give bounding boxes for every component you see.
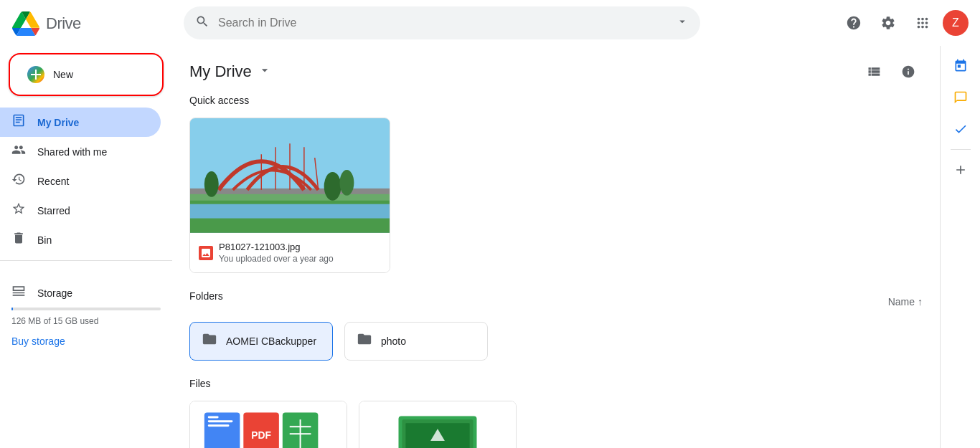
shared-with-me-icon [11,143,26,161]
search-icon [195,14,209,32]
top-header: Z [172,0,980,46]
sidebar-item-shared-label: Shared with me [37,146,107,158]
folder-icon-photo [357,331,372,351]
sidebar-item-storage[interactable]: Storage [11,278,161,308]
title-dropdown-icon[interactable] [258,63,272,81]
file-name: P81027-121003.jpg [219,242,381,252]
svg-rect-16 [208,420,233,422]
search-dropdown-icon[interactable] [676,15,689,32]
storage-bar-background [11,308,161,310]
my-drive-icon [11,113,26,131]
new-button[interactable]: New [9,53,164,96]
file-thumbnail-store: PDF Store safely Any file you want to sa… [190,401,347,448]
calendar-panel-button[interactable] [946,52,975,80]
file-thumbnail-sync: Sync seamlessly [359,401,516,448]
sidebar-item-my-drive-label: My Drive [37,117,79,128]
svg-text:PDF: PDF [251,429,271,441]
file-card-sync[interactable]: Sync seamlessly [359,401,517,448]
folder-item-photo[interactable]: photo [344,322,488,361]
svg-point-10 [324,172,341,201]
storage-icon [11,284,26,302]
folders-grid: AOMEI CBackupper photo [189,322,923,361]
storage-used-text: 126 MB of 15 GB used [11,316,161,326]
svg-rect-17 [208,424,230,426]
notes-panel-button[interactable] [946,83,975,112]
folder-name-photo: photo [381,335,406,347]
sort-arrow-icon: ↑ [918,296,923,308]
info-button[interactable] [894,57,923,86]
buy-storage-button[interactable]: Buy storage [11,335,65,347]
sort-control[interactable]: Name ↑ [888,296,923,308]
sidebar: Drive New My Drive Shared with me Recent [0,0,172,448]
sort-label-text: Name [888,296,915,308]
search-bar-container [184,6,700,39]
files-grid: PDF Store safely Any file you want to sa… [189,401,923,448]
folders-section: Folders Name ↑ AOMEI CBackupper [189,290,923,361]
content-body: Quick access [172,95,940,448]
tasks-panel-button[interactable] [946,115,975,143]
svg-rect-15 [208,416,219,418]
layout-toggle-button[interactable] [859,57,888,86]
nav-separator [0,260,172,261]
content-header-right [859,57,923,86]
sidebar-item-recent[interactable]: Recent [0,166,161,196]
quick-access-section: Quick access [189,95,923,273]
sidebar-item-bin[interactable]: Bin [0,225,161,254]
sidebar-item-recent-label: Recent [37,176,69,187]
help-button[interactable] [839,9,868,37]
apps-button[interactable] [908,9,937,37]
new-button-icon [27,66,44,83]
new-button-label: New [53,69,73,80]
file-meta: You uploaded over a year ago [219,254,381,264]
starred-icon [11,201,26,219]
card-image [190,118,390,233]
page-title: My Drive [189,62,252,81]
sidebar-item-shared[interactable]: Shared with me [0,137,161,166]
add-panel-button[interactable] [946,156,975,184]
svg-point-12 [204,171,219,197]
folder-icon [202,331,217,351]
folders-header: Folders Name ↑ [189,290,923,313]
user-avatar[interactable]: Z [943,10,969,36]
quick-access-title: Quick access [189,95,923,106]
recent-icon [11,172,26,190]
search-input[interactable] [218,16,667,29]
settings-button[interactable] [874,9,903,37]
bin-icon [11,231,26,249]
files-title: Files [189,378,923,389]
header-right: Z [839,9,969,37]
storage-title: Storage [37,287,72,299]
svg-point-11 [340,170,354,196]
content-header: My Drive [172,46,940,95]
content-area: My Drive Quick ac [172,46,940,448]
folder-name-aomei: AOMEI CBackupper [226,335,316,347]
folders-title: Folders [189,290,223,302]
app-title: Drive [46,14,81,33]
card-info: P81027-121003.jpg You uploaded over a ye… [190,233,390,272]
storage-section: Storage 126 MB of 15 GB used Buy storage [0,267,172,353]
sidebar-item-starred[interactable]: Starred [0,196,161,225]
bridge-image [190,118,390,233]
file-card-store[interactable]: PDF Store safely Any file you want to sa… [189,401,347,448]
storage-bar-fill [11,308,13,310]
sidebar-header: Drive [0,6,172,47]
sidebar-item-bin-label: Bin [37,234,52,246]
sidebar-item-my-drive[interactable]: My Drive [0,108,161,137]
file-type-icon [199,246,213,260]
sidebar-item-starred-label: Starred [37,205,70,216]
right-panel [940,46,980,448]
folder-item-aomei[interactable]: AOMEI CBackupper [189,322,333,361]
main-area: Z My Drive [172,0,980,448]
content-title-area: My Drive [189,62,272,81]
drive-logo-icon [11,11,40,36]
svg-rect-3 [190,204,390,219]
drive-logo: Drive [11,11,81,36]
files-section: Files [189,378,923,448]
right-panel-divider [951,149,971,150]
card-text: P81027-121003.jpg You uploaded over a ye… [219,242,381,264]
quick-access-card[interactable]: P81027-121003.jpg You uploaded over a ye… [189,118,390,273]
